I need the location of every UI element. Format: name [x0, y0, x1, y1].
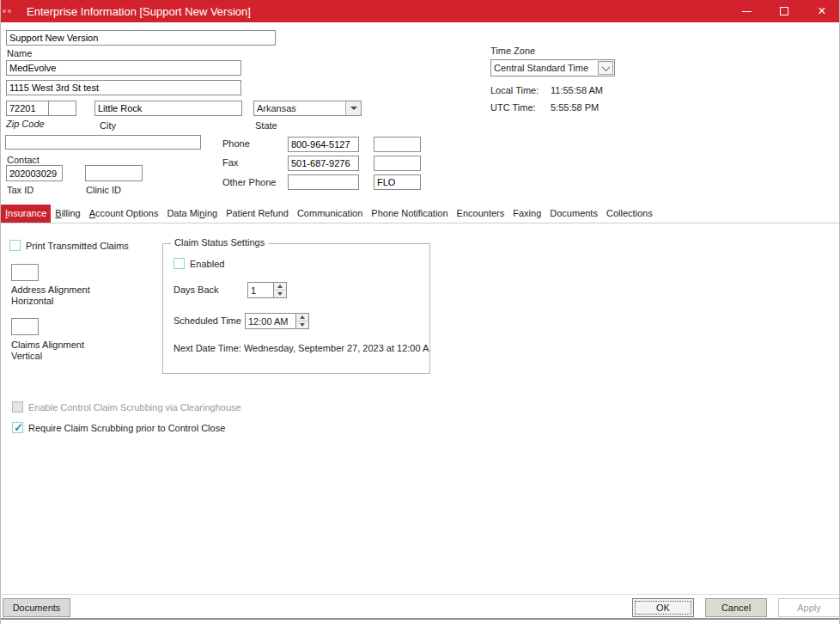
ok-button-label: OK — [656, 603, 670, 613]
checkbox-icon — [12, 401, 23, 413]
cancel-button-label: Cancel — [721, 603, 751, 613]
ok-button[interactable]: OK — [632, 598, 694, 617]
scheduled-time-label: Scheduled Time — [173, 315, 241, 326]
contact-label: Contact — [7, 155, 40, 165]
minimize-icon — [742, 11, 752, 12]
address-field[interactable] — [6, 80, 241, 95]
documents-button-label: Documents — [13, 603, 61, 613]
checkbox-checked-icon — [12, 422, 23, 433]
arrow-up-icon — [277, 284, 283, 288]
phone-field[interactable] — [288, 137, 359, 152]
minimize-button[interactable] — [727, 0, 765, 22]
zip-plus4-field[interactable] — [48, 101, 76, 116]
time-zone-dropdown-button[interactable] — [598, 61, 613, 75]
name-field[interactable] — [6, 60, 241, 76]
tax-id-label: Tax ID — [7, 185, 33, 195]
tab-encounters[interactable]: Encounters — [453, 205, 509, 223]
enable-control-claim-scrubbing-label: Enable Control Claim Scrubbing via Clear… — [28, 402, 241, 413]
scheduled-time-stepper[interactable]: 12:00 AM — [245, 313, 309, 329]
tab-billing[interactable]: Billing — [51, 205, 84, 223]
print-transmitted-claims-label: Print Transmitted Claims — [26, 241, 129, 251]
next-date-time-text: Next Date Time: Wednesday, September 27,… — [173, 343, 429, 353]
clinic-id-field[interactable] — [85, 165, 143, 181]
tab-patient-refund[interactable]: Patient Refund — [222, 205, 293, 223]
claims-alignment-label-line1: Claims Alignment — [11, 340, 84, 350]
claim-status-enabled-checkbox[interactable]: Enabled — [173, 258, 224, 269]
documents-button[interactable]: Documents — [3, 598, 70, 617]
claims-alignment-label-line2: Vertical — [11, 351, 42, 361]
spin-down-button[interactable] — [296, 321, 308, 328]
other-phone-label: Other Phone — [222, 177, 276, 187]
days-back-spin-buttons — [274, 282, 287, 298]
spin-up-button[interactable] — [274, 283, 286, 290]
window-controls: × — [727, 0, 840, 22]
title-bar: Enterprise Information [Support New Vers… — [1, 0, 840, 22]
scheduled-time-value[interactable]: 12:00 AM — [245, 313, 296, 329]
other-phone-field[interactable] — [288, 174, 359, 190]
spin-up-button[interactable] — [296, 314, 308, 321]
other-code-field[interactable] — [374, 174, 421, 190]
tab-documents[interactable]: Documents — [545, 205, 602, 223]
enterprise-alt-name-field[interactable] — [6, 30, 276, 46]
city-label: City — [100, 120, 116, 131]
local-time-value: 11:55:58 AM — [551, 85, 603, 95]
print-transmitted-claims-checkbox[interactable]: Print Transmitted Claims — [9, 240, 129, 251]
footer-divider — [1, 594, 840, 595]
time-zone-dropdown[interactable]: Central Standard Time — [490, 59, 615, 76]
arrow-up-icon — [300, 315, 305, 319]
fax-field[interactable] — [288, 156, 359, 171]
fax-ext-field[interactable] — [374, 156, 421, 171]
days-back-value[interactable]: 1 — [247, 282, 274, 298]
checkbox-icon — [173, 258, 185, 269]
arrow-down-icon — [300, 323, 305, 327]
city-field[interactable] — [94, 101, 242, 116]
checkbox-icon — [9, 240, 21, 251]
spin-down-button[interactable] — [274, 290, 286, 297]
window-bottom-border — [1, 618, 840, 620]
enterprise-information-dialog: Enterprise Information [Support New Vers… — [0, 0, 840, 624]
utc-time-label: UTC Time: — [490, 102, 536, 113]
days-back-stepper[interactable]: 1 — [247, 282, 287, 298]
close-icon: × — [818, 4, 825, 18]
require-claim-scrubbing-label: Require Claim Scrubbing prior to Control… — [28, 423, 225, 433]
state-value: Arkansas — [254, 101, 345, 115]
maximize-button[interactable] — [765, 0, 803, 22]
state-label: State — [255, 120, 277, 131]
utc-time-value: 5:55:58 PM — [551, 102, 599, 113]
tax-id-field[interactable] — [6, 165, 63, 181]
maximize-icon — [780, 7, 788, 15]
zip-code-label: Zip Code — [6, 119, 45, 129]
tab-account-options[interactable]: Account Options — [85, 205, 163, 223]
chevron-down-icon — [350, 107, 357, 110]
days-back-label: Days Back — [173, 284, 219, 295]
close-button[interactable]: × — [803, 0, 840, 22]
address-alignment-field[interactable] — [11, 264, 39, 281]
scheduled-time-spin-buttons — [296, 313, 309, 329]
tab-data-mining[interactable]: Data Mining — [162, 205, 222, 223]
arrow-down-icon — [277, 292, 283, 296]
zip-code-field[interactable] — [6, 101, 49, 116]
contact-field[interactable] — [5, 135, 201, 150]
tab-strip: InsuranceBillingAccount OptionsData Mini… — [1, 205, 840, 223]
phone-ext-field[interactable] — [374, 137, 421, 152]
claims-alignment-field[interactable] — [11, 318, 39, 335]
claim-status-enabled-label: Enabled — [190, 259, 224, 269]
claim-status-settings-title: Claim Status Settings — [171, 237, 268, 248]
address-alignment-label-line1: Address Alignment — [11, 284, 90, 295]
require-claim-scrubbing-checkbox[interactable]: Require Claim Scrubbing prior to Control… — [12, 422, 225, 433]
cancel-button[interactable]: Cancel — [705, 598, 767, 617]
state-dropdown-button[interactable] — [345, 101, 361, 115]
state-dropdown[interactable]: Arkansas — [253, 101, 362, 116]
apply-button[interactable]: Apply — [778, 598, 840, 617]
apply-button-label: Apply — [797, 603, 821, 613]
time-zone-label: Time Zone — [490, 46, 535, 56]
clinic-id-label: Clinic ID — [86, 185, 121, 195]
enable-control-claim-scrubbing-checkbox: Enable Control Claim Scrubbing via Clear… — [12, 401, 241, 413]
tab-phone-notification[interactable]: Phone Notification — [367, 205, 452, 223]
tab-faxing[interactable]: Faxing — [508, 205, 545, 223]
name-label: Name — [7, 48, 32, 58]
tab-insurance[interactable]: Insurance — [1, 205, 51, 223]
tab-communication[interactable]: Communication — [293, 205, 367, 223]
chevron-down-icon — [601, 63, 610, 71]
tab-collections[interactable]: Collections — [602, 205, 657, 223]
